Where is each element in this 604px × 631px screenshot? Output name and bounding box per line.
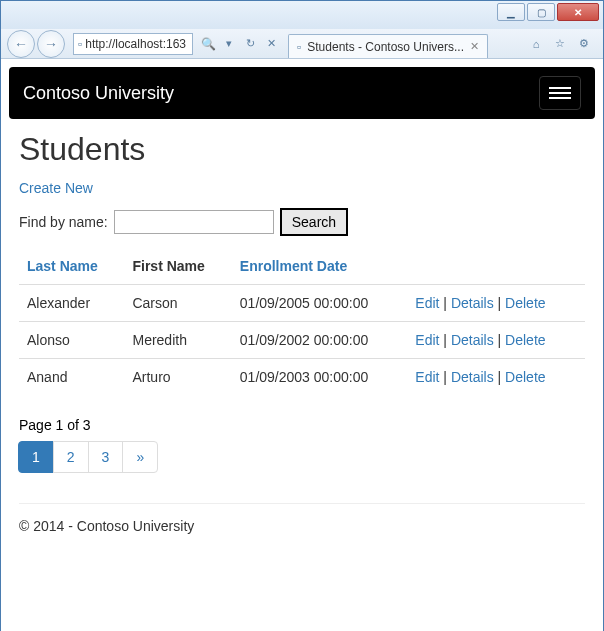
site-navbar: Contoso University: [9, 67, 595, 119]
page-next[interactable]: »: [122, 441, 158, 473]
close-button[interactable]: ✕: [557, 3, 599, 21]
favorites-icon[interactable]: ☆: [551, 35, 569, 53]
stop-icon[interactable]: ✕: [262, 35, 280, 53]
browser-tab[interactable]: ▫ Students - Contoso Univers... ✕: [288, 34, 488, 58]
search-icon[interactable]: 🔍: [199, 35, 217, 53]
tab-favicon: ▫: [297, 40, 301, 54]
students-table: Last Name First Name Enrollment Date Ale…: [19, 248, 585, 395]
search-input[interactable]: [114, 210, 274, 234]
tools-icon[interactable]: ⚙: [575, 35, 593, 53]
address-bar[interactable]: ▫ http://localhost:163: [73, 33, 193, 55]
edit-link[interactable]: Edit: [415, 295, 439, 311]
details-link[interactable]: Details: [451, 369, 494, 385]
browser-toolbar: ← → ▫ http://localhost:163 🔍 ▾ ↻ ✕ ▫ Stu…: [1, 29, 603, 59]
cell-first-name: Arturo: [124, 359, 231, 396]
page-3[interactable]: 3: [88, 441, 124, 473]
window-titlebar: ▁ ▢ ✕: [1, 1, 603, 29]
details-link[interactable]: Details: [451, 332, 494, 348]
table-row: AlonsoMeredith01/09/2002 00:00:00Edit | …: [19, 322, 585, 359]
delete-link[interactable]: Delete: [505, 295, 545, 311]
table-row: AlexanderCarson01/09/2005 00:00:00Edit |…: [19, 285, 585, 322]
forward-button[interactable]: →: [37, 30, 65, 58]
col-header-first-name: First Name: [124, 248, 231, 285]
nav-toggle-button[interactable]: [539, 76, 581, 110]
addressbar-dropdown-icon[interactable]: ▾: [220, 35, 238, 53]
table-row: AnandArturo01/09/2003 00:00:00Edit | Det…: [19, 359, 585, 396]
pager-info: Page 1 of 3: [19, 417, 585, 433]
pagination: 123»: [19, 441, 585, 473]
brand-link[interactable]: Contoso University: [23, 83, 174, 104]
footer-text: © 2014 - Contoso University: [19, 518, 585, 548]
cell-last-name: Alexander: [19, 285, 124, 322]
cell-first-name: Carson: [124, 285, 231, 322]
tab-close-icon[interactable]: ✕: [470, 40, 479, 53]
home-icon[interactable]: ⌂: [527, 35, 545, 53]
footer-divider: [19, 503, 585, 504]
tab-title: Students - Contoso Univers...: [307, 40, 464, 54]
refresh-icon[interactable]: ↻: [241, 35, 259, 53]
back-button[interactable]: ←: [7, 30, 35, 58]
cell-first-name: Meredith: [124, 322, 231, 359]
col-header-enrollment-date[interactable]: Enrollment Date: [240, 258, 347, 274]
create-new-link[interactable]: Create New: [19, 180, 93, 196]
maximize-button[interactable]: ▢: [527, 3, 555, 21]
cell-last-name: Alonso: [19, 322, 124, 359]
details-link[interactable]: Details: [451, 295, 494, 311]
cell-enrollment-date: 01/09/2002 00:00:00: [232, 322, 408, 359]
delete-link[interactable]: Delete: [505, 332, 545, 348]
cell-enrollment-date: 01/09/2003 00:00:00: [232, 359, 408, 396]
page-1[interactable]: 1: [18, 441, 54, 473]
cell-enrollment-date: 01/09/2005 00:00:00: [232, 285, 408, 322]
page-2[interactable]: 2: [53, 441, 89, 473]
edit-link[interactable]: Edit: [415, 369, 439, 385]
delete-link[interactable]: Delete: [505, 369, 545, 385]
page-title: Students: [19, 131, 585, 168]
search-button[interactable]: Search: [280, 208, 348, 236]
search-label: Find by name:: [19, 214, 108, 230]
cell-last-name: Anand: [19, 359, 124, 396]
url-text: http://localhost:163: [85, 37, 186, 51]
edit-link[interactable]: Edit: [415, 332, 439, 348]
minimize-button[interactable]: ▁: [497, 3, 525, 21]
page-icon: ▫: [78, 37, 82, 51]
col-header-last-name[interactable]: Last Name: [27, 258, 98, 274]
